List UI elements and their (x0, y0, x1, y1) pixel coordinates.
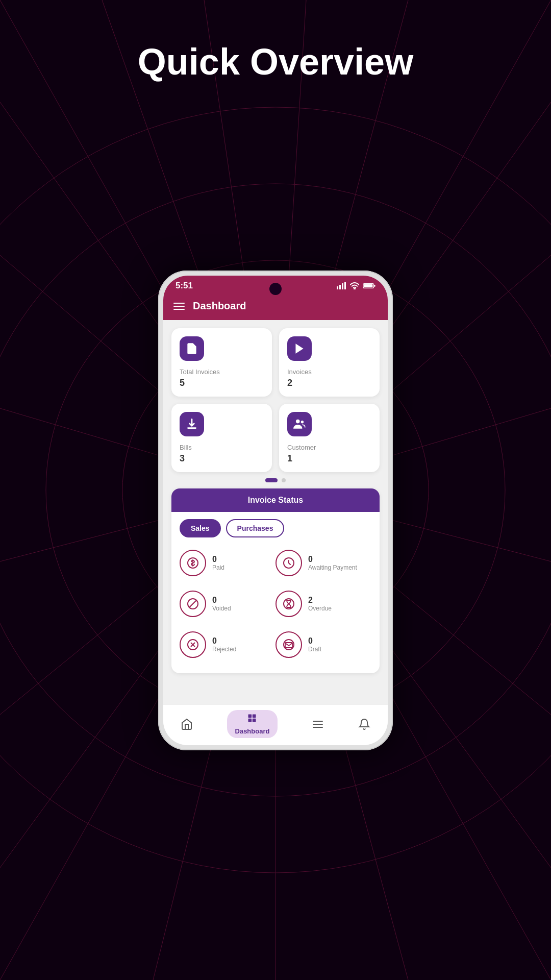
bell-icon (358, 718, 370, 730)
menu-button[interactable] (173, 303, 185, 310)
paid-count: 0 (212, 555, 224, 564)
bills-value: 3 (180, 453, 264, 464)
invoices-label: Invoices (287, 368, 371, 376)
voided-label: Voided (212, 605, 231, 612)
ban-icon (187, 598, 199, 610)
svg-rect-30 (339, 285, 341, 289)
customer-label: Customer (287, 444, 371, 451)
page-dots (171, 478, 380, 482)
dollar-icon (187, 557, 199, 569)
invoices-icon (287, 336, 312, 361)
main-content: Total Invoices 5 Invoices 2 Bills 3 (163, 320, 388, 704)
nav-dashboard-label: Dashboard (235, 727, 270, 735)
signal-icon (337, 282, 346, 289)
dot-2 (282, 478, 286, 482)
rejected-circle (180, 631, 206, 658)
invoice-status-header: Invoice Status (171, 488, 380, 512)
overdue-label: Overdue (308, 605, 332, 612)
svg-rect-36 (364, 284, 372, 287)
status-item-draft[interactable]: 0 Draft (276, 624, 371, 665)
phone-inner: 5:51 (163, 276, 388, 745)
overdue-circle (276, 591, 302, 617)
stat-card-customer[interactable]: Customer 1 (279, 404, 380, 472)
svg-rect-53 (248, 715, 252, 718)
stat-card-bills[interactable]: Bills 3 (171, 404, 272, 472)
svg-point-42 (301, 421, 304, 423)
status-bar: 5:51 (163, 276, 388, 294)
draft-circle (276, 631, 302, 658)
stat-card-invoices[interactable]: Invoices 2 (279, 328, 380, 397)
total-invoices-value: 5 (180, 378, 264, 388)
dot-1 (265, 478, 278, 482)
list-icon (312, 718, 324, 730)
svg-line-46 (189, 600, 196, 607)
status-item-paid[interactable]: 0 Paid (180, 543, 276, 583)
customer-icon (287, 412, 312, 436)
voided-circle (180, 591, 206, 617)
svg-rect-29 (337, 286, 338, 289)
phone-frame: 5:51 (158, 271, 393, 750)
voided-info: 0 Voided (212, 596, 231, 612)
svg-marker-40 (295, 344, 303, 354)
awaiting-info: 0 Awaiting Payment (308, 555, 357, 571)
paid-circle (180, 550, 206, 576)
nav-home[interactable] (181, 718, 193, 730)
hourglass-icon (283, 598, 295, 610)
overdue-info: 2 Overdue (308, 596, 332, 612)
draft-label: Draft (308, 646, 321, 653)
tab-sales[interactable]: Sales (180, 519, 221, 537)
svg-rect-55 (248, 719, 252, 722)
notch (269, 283, 282, 295)
nav-notifications[interactable] (358, 718, 370, 730)
header-title: Dashboard (193, 300, 246, 312)
status-item-overdue[interactable]: 2 Overdue (276, 583, 371, 624)
svg-rect-56 (253, 719, 256, 722)
nav-list[interactable] (312, 718, 324, 730)
stat-card-total-invoices[interactable]: Total Invoices 5 (171, 328, 272, 397)
stats-grid: Total Invoices 5 Invoices 2 Bills 3 (171, 328, 380, 472)
rejected-info: 0 Rejected (212, 636, 236, 653)
total-invoices-icon (180, 336, 204, 361)
app-header: Dashboard (163, 294, 388, 320)
battery-icon (363, 282, 375, 289)
tab-purchases[interactable]: Purchases (226, 519, 285, 537)
status-item-awaiting[interactable]: 0 Awaiting Payment (276, 543, 371, 583)
status-icons (337, 282, 375, 289)
bills-label: Bills (180, 444, 264, 451)
invoice-tabs: Sales Purchases (171, 512, 380, 543)
rejected-label: Rejected (212, 646, 236, 653)
clock-icon (283, 557, 295, 569)
draft-count: 0 (308, 636, 321, 646)
svg-rect-31 (342, 283, 343, 289)
customer-value: 1 (287, 453, 371, 464)
paid-info: 0 Paid (212, 555, 224, 571)
awaiting-count: 0 (308, 555, 357, 564)
svg-point-41 (296, 420, 300, 424)
dashboard-icon (247, 713, 257, 723)
bills-icon (180, 412, 204, 436)
overdue-count: 2 (308, 596, 332, 605)
total-invoices-label: Total Invoices (180, 368, 264, 376)
svg-rect-32 (344, 282, 346, 289)
paid-label: Paid (212, 564, 224, 571)
svg-point-33 (354, 288, 355, 289)
invoices-value: 2 (287, 378, 371, 388)
svg-rect-54 (253, 715, 256, 718)
wifi-icon (350, 282, 359, 289)
status-item-rejected[interactable]: 0 Rejected (180, 624, 276, 665)
bottom-nav: Dashboard (163, 704, 388, 745)
status-item-voided[interactable]: 0 Voided (180, 583, 276, 624)
x-circle-icon (187, 639, 199, 651)
nav-dashboard[interactable]: Dashboard (227, 710, 278, 738)
mail-icon (283, 639, 295, 651)
svg-rect-37 (190, 347, 194, 348)
status-grid: 0 Paid 0 Awaiting Payment (171, 543, 380, 673)
draft-info: 0 Draft (308, 636, 321, 653)
rejected-count: 0 (212, 636, 236, 646)
status-time: 5:51 (176, 281, 193, 291)
svg-rect-35 (374, 285, 375, 286)
awaiting-circle (276, 550, 302, 576)
invoice-status-section: Invoice Status Sales Purchases 0 Paid (171, 488, 380, 673)
page-title: Quick Overview (138, 41, 413, 83)
home-icon (181, 718, 193, 730)
